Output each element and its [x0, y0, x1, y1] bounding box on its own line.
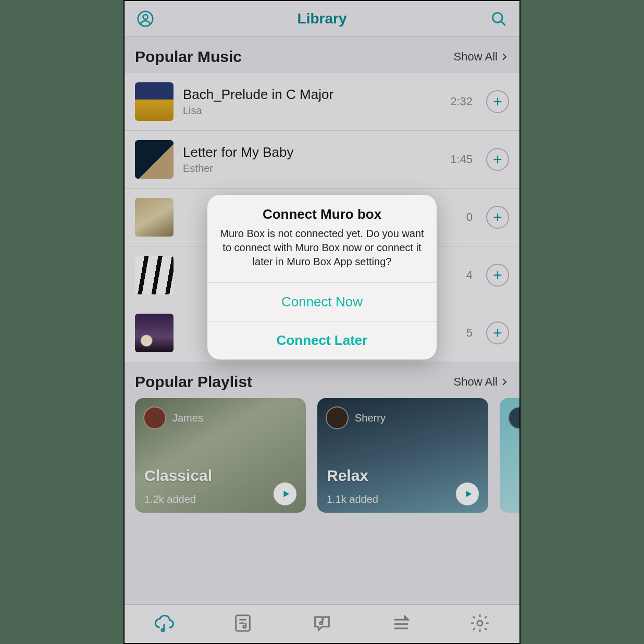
plus-icon — [492, 154, 503, 165]
show-all-playlist-label: Show All — [454, 375, 498, 389]
section-header-music: Popular Music Show All — [125, 36, 519, 73]
gear-icon — [469, 613, 490, 634]
play-icon — [464, 489, 473, 499]
track-duration: 1:45 — [450, 153, 473, 166]
creator-avatar — [326, 406, 349, 429]
svg-marker-14 — [283, 491, 289, 497]
chevron-right-icon — [500, 52, 509, 61]
svg-marker-15 — [466, 491, 472, 497]
track-row[interactable]: Letter for My Baby Esther 1:45 — [125, 131, 519, 189]
tab-list[interactable] — [232, 613, 253, 636]
track-duration: 4 — [466, 268, 473, 282]
track-thumbnail — [135, 314, 174, 352]
play-button[interactable] — [456, 482, 479, 505]
dialog-message: Muro Box is not connected yet. Do you wa… — [220, 227, 424, 269]
svg-point-25 — [477, 621, 482, 626]
playlist-card[interactable]: Sherry Relax 1.1k added — [317, 398, 488, 513]
header-bar: Library — [125, 1, 519, 36]
profile-icon[interactable] — [135, 8, 156, 29]
track-row[interactable]: Bach_Prelude in C Major Lisa 2:32 — [125, 73, 519, 131]
playlist-carousel[interactable]: James Classical 1.2k added Sherry Relax … — [125, 398, 519, 513]
show-all-music-label: Show All — [454, 50, 498, 64]
add-track-button[interactable] — [486, 206, 509, 229]
svg-point-2 — [493, 13, 502, 22]
playlist-name: Relax — [327, 467, 479, 485]
search-icon[interactable] — [488, 8, 509, 29]
playlist-card[interactable]: James Classical 1.2k added — [135, 398, 306, 513]
track-thumbnail — [135, 256, 174, 294]
track-duration: 2:32 — [450, 95, 473, 108]
chevron-right-icon — [500, 377, 509, 387]
show-all-playlist[interactable]: Show All — [454, 375, 509, 389]
section-title-music: Popular Music — [135, 48, 242, 66]
creator-name: James — [172, 412, 203, 424]
show-all-music[interactable]: Show All — [454, 50, 509, 64]
plus-icon — [492, 212, 503, 223]
tab-bar — [125, 604, 519, 643]
track-artist: Lisa — [183, 105, 441, 117]
add-track-button[interactable] — [486, 90, 509, 113]
section-title-playlist: Popular Playlist — [135, 373, 252, 391]
playlist-icon — [232, 613, 253, 634]
creator-avatar — [508, 406, 519, 429]
connect-dialog: Connect Muro box Muro Box is not connect… — [207, 195, 437, 360]
cloud-music-icon — [154, 613, 175, 634]
playlist-added-count: 1.2k added — [144, 493, 196, 505]
creator-avatar — [143, 406, 166, 429]
play-button[interactable] — [274, 482, 296, 505]
track-thumbnail — [135, 140, 174, 179]
playlist-card[interactable] — [500, 398, 519, 513]
add-track-button[interactable] — [486, 264, 509, 287]
plus-icon — [492, 96, 503, 107]
tab-settings[interactable] — [469, 613, 490, 636]
plus-icon — [492, 269, 503, 281]
track-thumbnail — [135, 198, 174, 237]
tab-library[interactable] — [154, 613, 175, 636]
track-title: Bach_Prelude in C Major — [183, 86, 441, 103]
section-header-playlist: Popular Playlist Show All — [125, 362, 519, 398]
track-thumbnail — [135, 82, 174, 121]
tab-compose[interactable] — [312, 613, 332, 636]
track-duration: 5 — [466, 326, 473, 340]
app-screen: Library Popular Music Show All Bach_Prel… — [123, 0, 521, 644]
svg-point-16 — [162, 628, 164, 631]
sliders-icon — [391, 613, 412, 634]
svg-point-1 — [143, 14, 147, 19]
page-title: Library — [298, 10, 347, 27]
tab-edit[interactable] — [391, 613, 412, 636]
track-duration: 0 — [466, 210, 473, 224]
add-track-button[interactable] — [486, 148, 509, 171]
playlist-name: Classical — [144, 467, 296, 485]
track-title: Letter for My Baby — [183, 144, 441, 160]
svg-line-3 — [501, 21, 505, 25]
plus-icon — [492, 327, 503, 339]
play-icon — [281, 489, 291, 499]
add-track-button[interactable] — [486, 321, 509, 344]
creator-name: Sherry — [355, 412, 386, 424]
playlist-added-count: 1.1k added — [327, 493, 378, 505]
track-artist: Esther — [183, 163, 441, 175]
connect-now-button[interactable]: Connect Now — [207, 282, 437, 321]
note-bubble-icon — [312, 613, 332, 634]
dialog-title: Connect Muro box — [220, 206, 424, 222]
connect-later-button[interactable]: Connect Later — [207, 321, 437, 360]
